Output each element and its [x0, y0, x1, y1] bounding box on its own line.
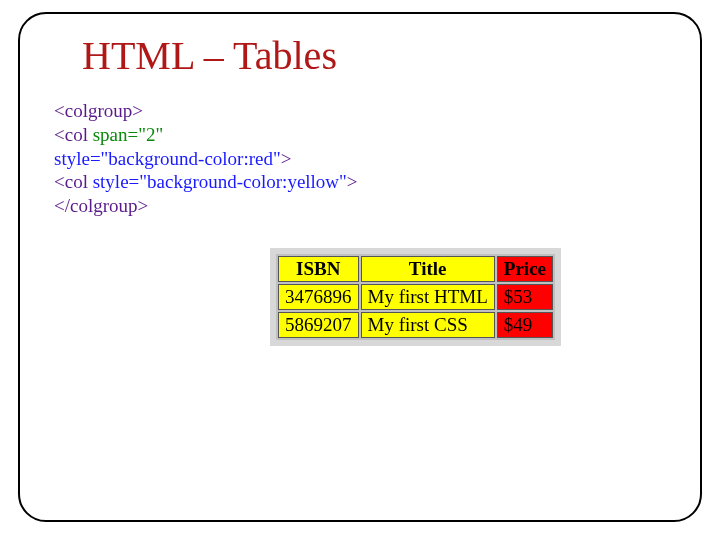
- table-cell: 3476896: [278, 284, 359, 310]
- code-token: <col: [54, 124, 93, 145]
- code-token: >: [347, 171, 358, 192]
- code-token: <colgroup>: [54, 100, 143, 121]
- table-row: 5869207 My first CSS $49: [278, 312, 553, 338]
- code-token: span="2": [93, 124, 164, 145]
- example-table-wrapper: ISBN Title Price 3476896 My first HTML $…: [270, 248, 561, 346]
- table-row: 3476896 My first HTML $53: [278, 284, 553, 310]
- code-example: <colgroup> <col span="2" style="backgrou…: [54, 99, 670, 218]
- table-cell: My first HTML: [361, 284, 495, 310]
- code-token: >: [281, 148, 292, 169]
- table-header: ISBN: [278, 256, 359, 282]
- table-cell: $53: [497, 284, 553, 310]
- table-header-row: ISBN Title Price: [278, 256, 553, 282]
- table-header: Title: [361, 256, 495, 282]
- code-token: </colgroup>: [54, 195, 148, 216]
- table-cell: My first CSS: [361, 312, 495, 338]
- code-token: <col: [54, 171, 93, 192]
- table-header: Price: [497, 256, 553, 282]
- code-token: style="background-color:yellow": [93, 171, 347, 192]
- example-table: ISBN Title Price 3476896 My first HTML $…: [276, 254, 555, 340]
- slide-frame: HTML – Tables <colgroup> <col span="2" s…: [18, 12, 702, 522]
- code-token: style="background-color:red": [54, 148, 281, 169]
- table-cell: 5869207: [278, 312, 359, 338]
- page-title: HTML – Tables: [82, 32, 670, 79]
- table-cell: $49: [497, 312, 553, 338]
